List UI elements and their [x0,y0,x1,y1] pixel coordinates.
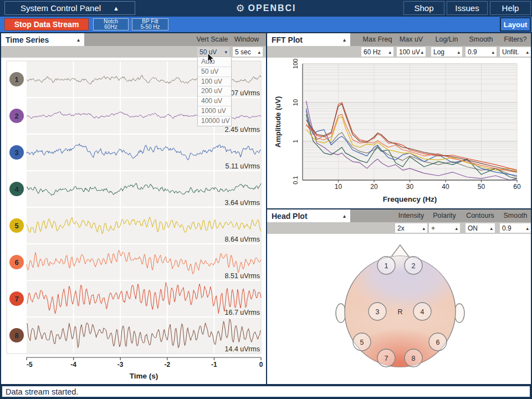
svg-text:0.1: 0.1 [292,176,299,184]
dropdown-value-filters: Unfilt. [502,48,519,56]
time-axis-label: Time (s) [130,372,158,380]
dropdown-contours[interactable]: ON▴ [466,223,495,233]
window-dropdown[interactable]: 5 sec ▴ [233,47,263,57]
dropdown-intensity[interactable]: 2x▴ [395,223,427,233]
system-control-panel-label: System Control Panel [21,3,101,13]
bandpass-filter-button[interactable]: BP Filt 5-50 Hz [132,18,168,30]
status-message: Data stream started. [6,387,78,396]
chevron-up-icon: ▴ [77,37,80,43]
svg-text:40: 40 [442,183,449,191]
control-label-intensity: Intensity [395,212,427,219]
svg-text:7: 7 [14,295,18,303]
dropdown-log-lin[interactable]: Log▴ [431,47,462,57]
channel-8-rms: 14.4 uVrms [225,345,260,353]
vert-scale-label: Vert Scale [195,35,229,43]
channel-6-rms: 8.51 uVrms [225,272,260,280]
stop-data-stream-button[interactable]: Stop Data Stream [4,18,89,30]
vert-scale-option-200-uv[interactable]: 200 uV [198,86,231,96]
system-control-panel-button[interactable]: System Control Panel ▲ [4,1,135,15]
dropdown-smooth[interactable]: 0.9▴ [466,47,497,57]
notch-line2: 60Hz [104,24,117,30]
svg-text:5: 5 [14,222,18,230]
vert-scale-option-100-uv[interactable]: 100 uV [198,77,231,87]
shop-button[interactable]: Shop [403,1,444,15]
svg-text:60: 60 [513,183,521,191]
dropdown-max-freq[interactable]: 60 Hz▴ [361,47,393,57]
dropdown-smooth[interactable]: 0.9▴ [500,223,531,233]
chevron-down-icon: ▾ [224,49,227,55]
vert-scale-option-auto[interactable]: Auto [198,57,231,67]
head-plot-title-dropdown[interactable]: Head Plot ▴ [267,209,350,222]
control-label-polarity: Polarity [429,212,460,219]
channel-1-rms: .07 uVrms [228,89,260,97]
status-bar: Data stream started. [1,385,531,398]
time-series-title: Time Series [6,35,49,44]
vert-scale-option-1000-uv[interactable]: 1000 uV [198,106,231,116]
svg-text:-2: -2 [164,361,170,369]
fft-title-dropdown[interactable]: FFT Plot ▴ [267,33,350,46]
svg-text:0: 0 [259,361,263,369]
bp-line2: 5-50 Hz [140,24,160,30]
svg-text:7: 7 [385,355,388,362]
svg-text:50: 50 [478,183,485,191]
gear-brain-icon: ⚙ [236,3,244,13]
brand-wordmark: OpenBCI [248,3,296,13]
svg-text:-1: -1 [211,361,217,369]
svg-text:10: 10 [335,183,342,191]
time-series-header: Time Series ▴ Vert Scale Window [1,33,266,46]
control-label-smooth: Smooth [500,212,531,219]
channel-7-rms: 16.7 uVrms [225,309,260,316]
dropdown-value-max-uv: 100 uV [399,48,420,56]
control-label-max-freq: Max Freq [361,35,393,43]
chevron-up-icon: ▴ [421,49,423,55]
chevron-up-icon: ▴ [343,37,346,43]
head-plot-title: Head Plot [272,212,308,221]
svg-text:6: 6 [14,258,18,267]
dropdown-value-log-lin: Log [433,48,444,56]
window-value: 5 sec [235,48,251,56]
fft-header: FFT Plot ▴ Max FreqMax uVLog/LinSmoothFi… [267,33,531,46]
dropdown-max-uv[interactable]: 100 uV▴ [397,47,426,57]
channel-2-rms: 2.45 uVrms [225,126,260,134]
chevron-up-icon: ▴ [457,49,460,55]
dropdown-filters[interactable]: Unfilt.▴ [500,47,531,57]
fft-plot: 1001010.1102030405060Amplitude (uV)Frequ… [267,58,531,208]
svg-text:4: 4 [14,185,19,193]
right-side-label: R [397,308,402,316]
chevron-up-icon: ▴ [490,226,493,231]
stream-toolbar: Stop Data Stream Notch 60Hz BP Filt 5-50… [0,17,532,33]
control-label-max-uv: Max uV [397,35,426,43]
chevron-up-icon: ▲ [113,5,119,12]
vert-scale-option-10000-uv[interactable]: 10000 uV [198,116,231,126]
svg-text:20: 20 [370,183,378,191]
vert-scale-dropdown[interactable]: 50 uV ▾ [197,47,229,57]
notch-filter-button[interactable]: Notch 60Hz [93,18,129,30]
head-plot-header: Head Plot ▴ IntensityPolarityContoursSmo… [267,209,531,222]
window-label: Window [231,35,263,43]
head-plot-controls-row: 2x▴+▴ON▴0.9▴ [267,222,531,234]
svg-text:1: 1 [14,75,18,84]
chevron-up-icon: ▴ [526,49,529,55]
fft-widget: FFT Plot ▴ Max FreqMax uVLog/LinSmoothFi… [267,33,531,208]
svg-text:3: 3 [376,308,380,316]
dropdown-value-intensity: 2x [397,224,405,232]
chevron-up-icon: ▴ [388,49,391,55]
help-button[interactable]: Help [490,1,531,15]
vert-scale-option-400-uv[interactable]: 400 uV [198,96,231,106]
chevron-up-icon: ▴ [492,49,494,55]
time-series-title-dropdown[interactable]: Time Series ▴ [1,33,84,46]
issues-button[interactable]: Issues [447,1,488,15]
svg-text:10: 10 [292,99,299,106]
control-label-log-lin: Log/Lin [431,35,462,43]
svg-text:1: 1 [292,140,299,143]
svg-text:5: 5 [360,339,364,346]
svg-text:6: 6 [436,339,440,346]
dropdown-polarity[interactable]: +▴ [429,223,460,233]
vert-scale-option-50-uv[interactable]: 50 uV [198,67,231,77]
dropdown-value-polarity: + [431,224,435,232]
control-label-smooth: Smooth [466,35,497,43]
svg-text:3: 3 [14,149,18,157]
time-series-widget: Time Series ▴ Vert Scale Window 50 uV ▾ … [1,33,266,384]
svg-text:-5: -5 [27,361,33,369]
layout-button[interactable]: Layout [500,17,531,32]
